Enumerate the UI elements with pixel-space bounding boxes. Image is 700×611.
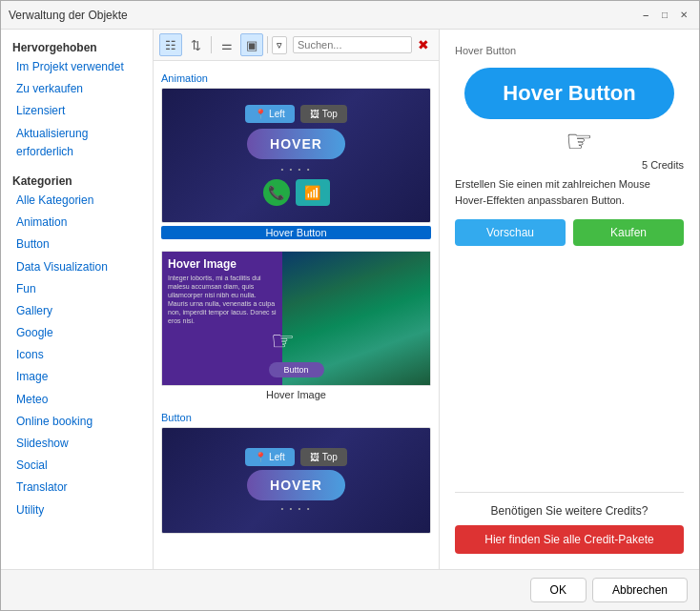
sidebar-item-google[interactable]: Google (1, 322, 153, 344)
titlebar-controls: ‒ □ ✕ (638, 8, 691, 23)
credits-packages-button[interactable]: Hier finden Sie alle Credit-Pakete (455, 525, 684, 554)
thumb-left-button: 📍 Left (245, 105, 295, 123)
hover-image-overlay: Hover Image Integer lobortis, mi a facil… (162, 252, 282, 385)
hover-button-thumbnail: 📍 Left 🖼 Top HOVER • • • • (161, 88, 431, 223)
window-title: Verwaltung der Objekte (9, 9, 128, 22)
clear-search-button[interactable]: ✖ (414, 35, 433, 54)
detail-credits-section: Benötigen Sie weitere Credits? Hier find… (455, 492, 684, 554)
main-content: Hervorgehoben Im Projekt verwendet Zu ve… (1, 30, 699, 569)
catalog-section-button: Button (161, 412, 431, 423)
detail-description: Erstellen Sie einen mit zahlreichen Mous… (455, 176, 684, 208)
detail-actions: Vorschau Kaufen (455, 219, 684, 246)
sidebar-item-image[interactable]: Image (1, 366, 153, 388)
sidebar-section-categories: Kategorien (1, 171, 153, 190)
sidebar-item-meteo[interactable]: Meteo (1, 389, 153, 411)
buy-button[interactable]: Kaufen (573, 219, 684, 246)
catalog-section-animation: Animation (161, 72, 431, 84)
close-button[interactable]: ✕ (676, 8, 691, 23)
view-list-button[interactable]: ⚌ (216, 33, 238, 56)
sidebar-item-data-visualization[interactable]: Data Visualization (1, 256, 153, 278)
view-grid-button[interactable]: ☷ (159, 33, 182, 56)
sidebar-item-icons[interactable]: Icons (1, 344, 153, 366)
hover-image-text: Integer lobortis, mi a facilitis dui mal… (168, 274, 277, 326)
credits-question: Benötigen Sie weitere Credits? (455, 504, 684, 518)
thumb-bottom-row: 📞 📶 (263, 179, 330, 206)
titlebar: Verwaltung der Objekte ‒ □ ✕ (1, 1, 699, 30)
hover-image-thumbnail: Hover Image Integer lobortis, mi a facil… (161, 251, 431, 386)
hover-image-label: Hover Image (161, 389, 431, 400)
ok-button[interactable]: OK (530, 578, 587, 602)
sidebar-item-zu-verkaufen[interactable]: Zu verkaufen (1, 78, 153, 100)
cursor-icon: ☞ (566, 123, 593, 159)
catalog-item-hover-button[interactable]: 📍 Left 🖼 Top HOVER • • • • (161, 88, 431, 239)
cancel-button[interactable]: Abbrechen (592, 578, 688, 602)
catalog-list: Animation 📍 Left (154, 61, 439, 569)
search-input[interactable] (293, 36, 412, 53)
sidebar-section-highlighted: Hervorgehoben (1, 37, 153, 56)
thumb-btn-top-row: 📍 Left 🖼 Top (168, 448, 424, 466)
hover-image-preview: Hover Image Integer lobortis, mi a facil… (162, 252, 430, 385)
footer: OK Abbrechen (1, 569, 699, 610)
hover-button-preview-thumb: 📍 Left 🖼 Top HOVER • • • • (162, 89, 430, 222)
sidebar-item-alle-kategorien[interactable]: Alle Kategorien (1, 190, 153, 212)
filter-dropdown[interactable]: ▿ (272, 36, 287, 54)
catalog-panel: ☷ ⇅ ⚌ ▣ ▿ ✖ Animatio (154, 30, 440, 569)
maximize-button[interactable]: □ (657, 8, 672, 23)
catalog-item-hover-image[interactable]: Hover Image Integer lobortis, mi a facil… (161, 251, 431, 400)
thumb-top-row: 📍 Left 🖼 Top (170, 105, 422, 123)
sidebar-item-social[interactable]: Social (1, 455, 153, 477)
catalog-toolbar: ☷ ⇅ ⚌ ▣ ▿ ✖ (154, 30, 439, 61)
pin-icon-2: 📍 (255, 452, 266, 462)
detail-panel: Hover Button Hover Button ☞ 5 Credits Er… (440, 30, 699, 569)
hover-image-button: Button (268, 362, 323, 377)
sidebar-item-button[interactable]: Button (1, 234, 153, 255)
sidebar-item-utility[interactable]: Utility (1, 499, 153, 521)
pin-icon: 📍 (255, 109, 266, 119)
sidebar-item-slideshow[interactable]: Slideshow (1, 433, 153, 455)
sidebar-item-translator[interactable]: Translator (1, 477, 153, 499)
filter-icon: ▿ (277, 39, 282, 51)
sidebar: Hervorgehoben Im Projekt verwendet Zu ve… (1, 30, 154, 569)
detail-spacer (455, 265, 684, 492)
hover-image-title: Hover Image (168, 257, 277, 271)
preview-button[interactable]: Vorschau (455, 219, 566, 246)
button-thumbnail: 📍 Left 🖼 Top HOVER • • • • (161, 427, 431, 534)
hover-button-large-preview: Hover Button (464, 68, 673, 119)
image-icon: 🖼 (310, 109, 319, 119)
sidebar-item-im-projekt[interactable]: Im Projekt verwendet (1, 56, 153, 78)
minimize-button[interactable]: ‒ (638, 8, 653, 23)
hover-main-button-2: HOVER (247, 470, 345, 500)
image-icon-2: 🖼 (310, 452, 319, 462)
sidebar-item-lizensiert[interactable]: Lizensiert (1, 100, 153, 122)
view-detail-button[interactable]: ▣ (240, 33, 263, 56)
sidebar-item-fun[interactable]: Fun (1, 278, 153, 300)
toolbar-sep-1 (211, 36, 212, 53)
catalog-item-button[interactable]: 📍 Left 🖼 Top HOVER • • • • (161, 427, 431, 534)
detail-header: Hover Button (455, 45, 684, 56)
sidebar-item-online-booking[interactable]: Online booking (1, 411, 153, 433)
phone-icon: 📞 (263, 179, 290, 206)
button-preview-thumb: 📍 Left 🖼 Top HOVER • • • • (162, 428, 430, 533)
thumb-btn-top-2: 🖼 Top (300, 448, 347, 466)
hover-main-button: HOVER (247, 129, 345, 159)
wifi-icon: 📶 (296, 179, 330, 206)
main-window: Verwaltung der Objekte ‒ □ ✕ Hervorgehob… (0, 0, 700, 611)
sort-button[interactable]: ⇅ (184, 33, 207, 56)
thumb-dots: • • • • (281, 165, 312, 173)
hover-cursor-icon: ☞ (271, 325, 295, 356)
sidebar-item-gallery[interactable]: Gallery (1, 300, 153, 322)
detail-credits: 5 Credits (455, 159, 684, 171)
thumb-dots-2: • • • • (281, 504, 312, 513)
content-area: ☷ ⇅ ⚌ ▣ ▿ ✖ Animatio (154, 30, 699, 569)
search-area (293, 36, 412, 53)
toolbar-sep-2 (267, 36, 268, 53)
detail-preview-wrap: Hover Button ☞ (455, 68, 684, 159)
sidebar-item-animation[interactable]: Animation (1, 212, 153, 234)
hover-button-label: Hover Button (161, 226, 431, 239)
thumb-top-button: 🖼 Top (300, 105, 347, 123)
sidebar-item-aktualisierung[interactable]: Aktualisierung erforderlich (1, 123, 153, 163)
thumb-btn-left-2: 📍 Left (245, 448, 295, 466)
